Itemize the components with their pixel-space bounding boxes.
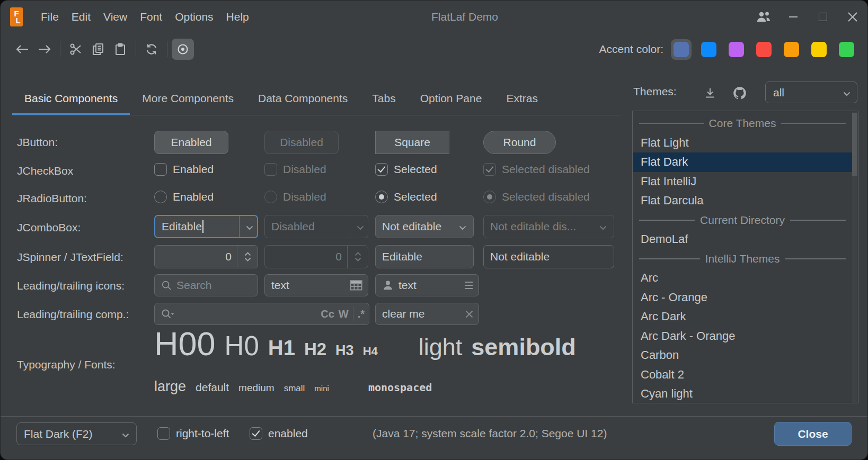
accent-swatch-color <box>674 42 689 57</box>
square-button[interactable]: Square <box>375 131 449 154</box>
accent-swatch-default-blue[interactable] <box>671 39 692 60</box>
maximize-button[interactable] <box>808 1 838 33</box>
spinner-buttons <box>348 246 368 268</box>
themes-filter-combobox[interactable]: all <box>765 82 857 103</box>
checkbox-enabled[interactable]: Enabled <box>154 163 214 176</box>
theme-item-flat-dark[interactable]: Flat Dark <box>633 152 852 172</box>
tab-tabs[interactable]: Tabs <box>360 81 408 115</box>
textfield-not-editable[interactable]: Not editable <box>483 245 614 268</box>
regex-button[interactable]: .* <box>358 308 365 320</box>
spinner[interactable]: 0 <box>154 245 258 268</box>
laf-selector-combobox[interactable]: Flat Dark (F2) <box>16 422 137 445</box>
menu-item-options[interactable]: Options <box>169 7 219 26</box>
radio-circle <box>375 191 388 203</box>
theme-item-demolaf[interactable]: DemoLaf <box>633 230 852 249</box>
section-label: Core Themes <box>709 117 776 130</box>
minimize-button[interactable] <box>778 1 808 33</box>
window-title: FlatLaf Demo <box>431 11 498 23</box>
download-button[interactable] <box>701 84 719 102</box>
show-details-toggle[interactable] <box>172 39 194 60</box>
list-icon[interactable] <box>460 280 473 291</box>
enabled-checkbox[interactable]: enabled <box>250 427 308 440</box>
table-icon[interactable] <box>350 280 362 291</box>
tab-basic-components[interactable]: Basic Components <box>12 81 130 115</box>
menu-item-font[interactable]: Font <box>134 7 169 26</box>
checkbox-selected[interactable]: Selected <box>375 163 437 176</box>
cut-button[interactable] <box>65 39 87 60</box>
combobox-arrow-button[interactable] <box>235 216 257 237</box>
row-label-jspinner: JSpinner / JTextField: <box>17 251 123 264</box>
clear-icon[interactable] <box>465 310 473 318</box>
theme-item-flat-intellij[interactable]: Flat IntelliJ <box>633 172 852 192</box>
chevron-up-icon <box>244 252 251 256</box>
radio-enabled[interactable]: Enabled <box>154 191 214 203</box>
typo-heading-h0: H0 <box>225 330 259 362</box>
titlebar-controls <box>749 1 867 33</box>
round-button[interactable]: Round <box>483 131 556 154</box>
tab-extras[interactable]: Extras <box>494 81 550 115</box>
clearable-textfield[interactable]: clear me <box>375 303 479 325</box>
theme-item-arc-dark[interactable]: Arc Dark <box>633 307 852 327</box>
accent-swatch-orange[interactable] <box>781 39 802 60</box>
scrollbar-thumb[interactable] <box>852 113 857 176</box>
theme-item-flat-darcula[interactable]: Flat Darcula <box>633 191 852 211</box>
accent-swatch-purple[interactable] <box>726 39 747 60</box>
copy-button[interactable] <box>87 39 109 60</box>
spinner-buttons[interactable] <box>237 246 258 268</box>
tab-label: Tabs <box>372 92 395 105</box>
tab-more-components[interactable]: More Components <box>130 81 246 115</box>
search-field-with-buttons[interactable]: Cc W .* <box>154 303 369 325</box>
typo-size-large: large <box>154 378 186 395</box>
search-field[interactable]: Search <box>154 274 258 296</box>
checkbox-box <box>154 163 167 176</box>
match-case-button[interactable]: Cc <box>321 308 334 320</box>
theme-item-carbon[interactable]: Carbon <box>633 346 852 365</box>
textfield-trailing-table[interactable]: text <box>264 274 368 296</box>
chevron-down-icon <box>843 86 851 99</box>
menu-item-view[interactable]: View <box>97 7 134 26</box>
menu-item-edit[interactable]: Edit <box>65 7 97 26</box>
accent-swatch-yellow[interactable] <box>809 39 829 60</box>
theme-item-arc-orange[interactable]: Arc - Orange <box>633 288 852 308</box>
combobox-not-editable[interactable]: Not editable <box>375 215 474 238</box>
combobox-arrow-button[interactable] <box>451 215 473 238</box>
refresh-button[interactable] <box>140 39 163 60</box>
accent-swatch-blue[interactable] <box>698 39 719 60</box>
cell: Disabled <box>264 191 326 203</box>
tab-data-components[interactable]: Data Components <box>246 81 360 115</box>
whole-word-button[interactable]: W <box>339 308 349 320</box>
textfield-leading-person[interactable]: text <box>375 274 479 296</box>
tab-option-pane[interactable]: Option Pane <box>408 81 494 115</box>
combobox-not-editable-disabled: Not editable dis... <box>483 215 614 238</box>
forward-button[interactable] <box>33 39 56 60</box>
textfield-editable[interactable]: Editable <box>375 245 474 268</box>
github-button[interactable] <box>731 84 749 102</box>
chevron-down-icon <box>122 428 129 440</box>
theme-item-arc[interactable]: Arc <box>633 268 852 288</box>
accent-swatch-red[interactable] <box>754 39 774 60</box>
theme-item-cobalt-2[interactable]: Cobalt 2 <box>633 365 852 385</box>
search-dropdown-icon[interactable] <box>161 309 175 319</box>
paste-button[interactable] <box>109 39 131 60</box>
radio-selected-disabled: Selected disabled <box>483 191 590 203</box>
radio-selected[interactable]: Selected <box>375 191 437 203</box>
typo-heading-h2: H2 <box>304 339 326 359</box>
menu-item-help[interactable]: Help <box>220 7 255 26</box>
section-label: IntelliJ Themes <box>705 252 780 265</box>
enabled-button[interactable]: Enabled <box>154 131 228 154</box>
accent-swatch-green[interactable] <box>836 39 857 60</box>
close-dialog-button[interactable]: Close <box>774 422 852 446</box>
combobox-disabled: Disabled <box>264 215 368 238</box>
combobox-editable[interactable]: Editable <box>154 215 258 238</box>
back-button[interactable] <box>11 39 33 60</box>
theme-item-flat-light[interactable]: Flat Light <box>633 133 852 153</box>
theme-item-arc-dark-orange[interactable]: Arc Dark - Orange <box>633 327 852 346</box>
theme-item-cyan-light[interactable]: Cyan light <box>633 384 852 403</box>
chevron-down-icon <box>357 220 364 233</box>
menu-item-file[interactable]: File <box>34 7 65 26</box>
users-icon[interactable] <box>749 1 778 33</box>
spinner-value[interactable]: 0 <box>155 250 237 263</box>
close-button[interactable] <box>838 1 867 33</box>
right-to-left-checkbox[interactable]: right-to-left <box>157 427 229 440</box>
typo-sizes: largedefaultmediumsmallmini <box>154 378 329 395</box>
